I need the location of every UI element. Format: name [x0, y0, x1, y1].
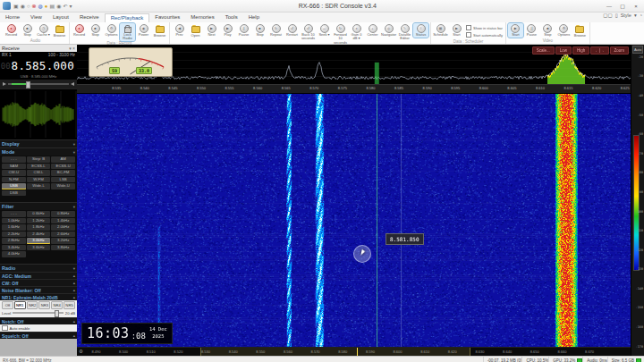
waterfall-display[interactable]: 8.581.850 16:03 :08 14 Dec 2025 — [77, 94, 631, 348]
level-thumb[interactable] — [55, 310, 59, 317]
filter-1-4khz[interactable]: 1.4kHz — [51, 218, 75, 224]
mode-step-b[interactable]: Step: B — [27, 156, 51, 163]
mode-am[interactable]: AM — [51, 156, 75, 163]
window-layout-icon[interactable]: ▢▢ — [603, 13, 612, 18]
filter-0-8khz[interactable]: 0.8kHz — [51, 211, 75, 217]
stop-button[interactable]: ■Stop — [540, 23, 555, 38]
zoom-button[interactable]: Zoom — [610, 46, 630, 55]
close-button[interactable]: × — [630, 2, 642, 11]
filter-2-0khz[interactable]: 2.0kHz — [51, 224, 75, 231]
folder-icon[interactable]: ▤ — [49, 4, 55, 9]
filter-3-8khz[interactable]: 3.8kHz — [51, 245, 75, 251]
tab-favourites[interactable]: Favourites — [149, 13, 185, 22]
stop-button[interactable]: ■Stop — [252, 23, 267, 38]
filter-1-6khz[interactable]: 1.6kHz — [2, 224, 26, 231]
filter-2-2khz[interactable]: 2.2kHz — [2, 232, 26, 238]
mode-wide-l[interactable]: Wide-L — [27, 183, 51, 189]
mode-cw-l[interactable]: CW-L — [27, 170, 51, 176]
filter-1-2khz[interactable]: 1.2kHz — [27, 218, 51, 224]
back-10-seconds-button[interactable]: ↺Back 10 seconds — [301, 23, 316, 42]
style-label[interactable]: Style — [621, 13, 631, 18]
mode-ecss-u[interactable]: ECSS-U — [51, 164, 75, 170]
lock-radio-button[interactable]: Lock Radio — [120, 23, 135, 41]
high-button[interactable]: High — [572, 46, 589, 55]
nr-button-nr5[interactable]: NR5 — [64, 301, 75, 309]
navigator-button[interactable]: ◎Navigator — [381, 23, 396, 38]
start-button[interactable]: ▶Start — [449, 23, 464, 38]
mode-usb[interactable]: USB — [2, 183, 26, 189]
show-in-status-bar-checkbox[interactable] — [466, 25, 471, 30]
center-button[interactable]: +Center — [365, 23, 380, 38]
info-icon[interactable]: ◍ — [38, 4, 43, 9]
help-icon[interactable]: ◔ — [640, 13, 642, 18]
mode-n-fm[interactable]: N-FM — [2, 177, 26, 183]
filter-2-6khz[interactable]: 2.6kHz — [51, 232, 75, 238]
filter-0-6khz[interactable]: 0.6kHz — [27, 211, 51, 217]
squelch-row[interactable]: Squelch: Off▴ — [0, 332, 77, 339]
scale-button[interactable]: Scale... — [532, 46, 555, 55]
seek-button[interactable]: ↔Seek ▾ — [317, 23, 332, 38]
mode-w-fm[interactable]: W-FM — [27, 177, 51, 183]
volume-slider[interactable] — [8, 83, 69, 85]
nr-button-nr2[interactable]: NR2 — [27, 301, 38, 309]
mode-ecss-l[interactable]: ECSS-L — [27, 164, 51, 170]
mute-icon[interactable]: ⊗ — [32, 4, 37, 9]
cache-button[interactable]: ◷Cache ▾ — [36, 23, 51, 38]
volume-thumb[interactable] — [26, 81, 30, 88]
style-caret-icon[interactable]: ▾ — [634, 13, 637, 18]
radio-row-cw[interactable]: CW: Off▴ — [0, 279, 77, 286]
low-button[interactable]: Low — [555, 46, 572, 55]
filter-1-8khz[interactable]: 1.8kHz — [27, 224, 51, 231]
radio-row-nr1[interactable]: NR1: Ephraim-Malah 20dB▴ — [0, 293, 77, 300]
mode-dsb[interactable]: DSB — [2, 190, 26, 197]
stop-button[interactable]: ■Stop — [88, 23, 103, 38]
profile-icon[interactable]: ◉ — [56, 4, 61, 9]
power-button[interactable]: ◉Power — [136, 23, 151, 38]
stop-button[interactable]: ■Stop — [20, 23, 35, 38]
maximize-button[interactable]: ▢ — [616, 2, 629, 11]
record-button[interactable]: ●Record — [72, 23, 87, 38]
mode-panel-header[interactable]: Mode ▾ — [0, 147, 77, 156]
gain-0-db-button[interactable]: ±Gain 0 dB ▾ — [349, 23, 364, 42]
filter-3-2khz[interactable]: 3.2kHz — [51, 238, 75, 244]
tab-tools[interactable]: Tools — [220, 13, 243, 22]
nr-button-nr1[interactable]: NR1 — [14, 301, 26, 309]
favourite-icon[interactable]: ● — [45, 4, 48, 9]
mode-cw-u[interactable]: CW-U — [2, 170, 26, 176]
tab-layout[interactable]: Layout — [47, 13, 74, 22]
tab-help[interactable]: Help — [243, 13, 265, 22]
undo-icon[interactable]: ↶ — [63, 4, 67, 9]
filter-panel-header[interactable]: Filter ▾ — [0, 202, 77, 210]
nr-button-nr3[interactable]: NR3 — [38, 301, 50, 309]
filter-2-8khz[interactable]: 2.8kHz — [2, 238, 26, 244]
lock-icon[interactable]: ▣ — [13, 4, 19, 9]
browse-button[interactable]: Browse — [572, 23, 588, 38]
radio-row-noise-blanker[interactable]: Noise Blanker: Off▴ — [0, 286, 77, 293]
filter-3-6khz[interactable]: 3.6kHz — [27, 245, 51, 251]
restart-button[interactable]: ↺Restart — [284, 23, 300, 38]
frequency-scale[interactable]: 8.5358.5408.5458.5508.5558.5608.5658.570… — [77, 84, 631, 94]
phone-icon[interactable]: ▯ — [615, 13, 618, 18]
-button[interactable]: ←|→ — [590, 46, 608, 55]
filter-3-4khz[interactable]: 3.4kHz — [2, 245, 26, 251]
datafile-editor-button[interactable]: ✎Datafile Editor — [397, 23, 412, 42]
minimize-button[interactable]: — — [603, 2, 615, 11]
auto-enable-checkbox[interactable] — [2, 325, 8, 332]
colorbar-auto-button[interactable]: Auto — [632, 46, 643, 54]
band-navigator[interactable]: ⚙ 8.4908.5008.5108.5208.5308.5408.5508.5… — [77, 347, 631, 356]
tab-receive[interactable]: Receive — [74, 13, 105, 22]
record-icon[interactable]: ○ — [27, 4, 30, 9]
forward-10-seconds-button[interactable]: ↻Forward 10 seconds — [333, 23, 348, 46]
tab-view[interactable]: View — [25, 13, 47, 22]
radio-panel-header[interactable]: Radio ▾ — [0, 264, 77, 272]
mode-[interactable]: - - - — [2, 156, 26, 163]
pause-button[interactable]: ||Pause — [236, 23, 251, 38]
tab-memories[interactable]: Memories — [185, 13, 219, 22]
speaker-high-icon[interactable] — [71, 82, 74, 86]
browse-button[interactable]: Browse — [152, 23, 167, 38]
options-button[interactable]: ⚙Options — [104, 23, 119, 38]
filter-3-0khz[interactable]: 3.0kHz — [27, 238, 51, 244]
filter-2-4khz[interactable]: 2.4kHz — [27, 232, 51, 238]
repeat-button[interactable]: ↻Repeat — [268, 23, 284, 38]
radio-row-agc[interactable]: AGC: Medium▴ — [0, 272, 77, 279]
